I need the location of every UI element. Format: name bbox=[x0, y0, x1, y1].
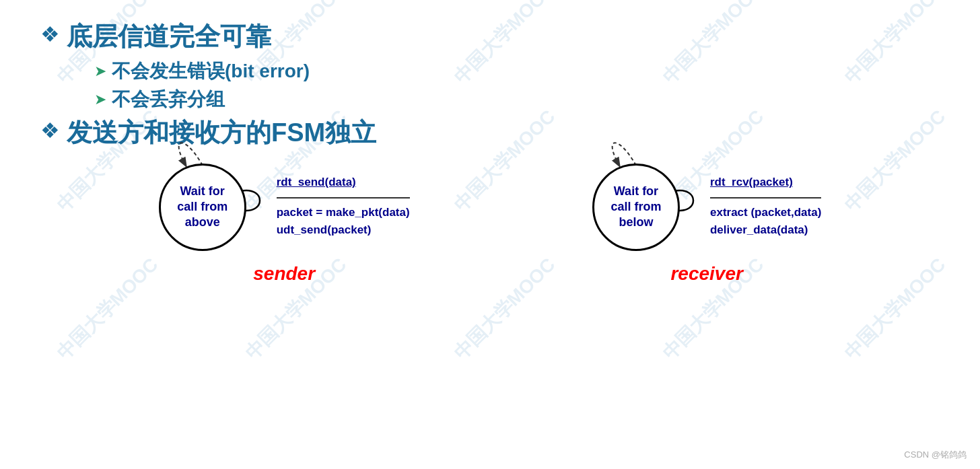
receiver-trigger: rdt_rcv(packet) bbox=[710, 176, 821, 189]
sub1-text: 不会发生错误(bit error) bbox=[112, 59, 310, 84]
bullet1: ❖ 底层信道完全可靠 bbox=[40, 20, 940, 53]
sub1-arrow: ➤ bbox=[94, 63, 106, 80]
sender-fsm-box: Wait for call from above rdt_send(data) bbox=[159, 164, 410, 285]
receiver-response-line1: extract (packet,data) bbox=[710, 204, 821, 221]
receiver-label: receiver bbox=[670, 263, 742, 285]
receiver-divider bbox=[710, 197, 821, 199]
sub2-text: 不会丢弃分组 bbox=[112, 87, 225, 112]
sender-state-text: Wait for call from above bbox=[177, 184, 228, 231]
bullet1-diamond: ❖ bbox=[40, 22, 60, 47]
sender-divider bbox=[277, 197, 410, 199]
fsm-section: Wait for call from above rdt_send(data) bbox=[40, 164, 940, 285]
receiver-response: extract (packet,data) deliver_data(data) bbox=[710, 204, 821, 238]
receiver-response-line2: deliver_data(data) bbox=[710, 221, 821, 239]
bullet2-diamond: ❖ bbox=[40, 118, 60, 143]
main-content: ❖ 底层信道完全可靠 ➤ 不会发生错误(bit error) ➤ 不会丢弃分组 … bbox=[0, 0, 980, 298]
sender-self-loop bbox=[166, 129, 219, 169]
sub2-arrow: ➤ bbox=[94, 91, 106, 108]
sender-actions: rdt_send(data) packet = make_pkt(data) u… bbox=[277, 176, 410, 238]
sender-state-circle: Wait for call from above bbox=[159, 164, 246, 251]
sender-response: packet = make_pkt(data) udt_send(packet) bbox=[277, 204, 410, 238]
receiver-actions: rdt_rcv(packet) extract (packet,data) de… bbox=[710, 176, 821, 238]
sender-label: sender bbox=[253, 263, 315, 285]
receiver-diagram: Wait for call from below rdt_rcv(packet) bbox=[592, 164, 821, 251]
bullet2-text: 发送方和接收方的FSM独立 bbox=[67, 116, 376, 149]
sub-bullet-2: ➤ 不会丢弃分组 bbox=[94, 87, 940, 112]
sub-bullet-1: ➤ 不会发生错误(bit error) bbox=[94, 59, 940, 84]
csdn-label: CSDN @铭鸽鸽 bbox=[904, 449, 967, 461]
receiver-fsm-box: Wait for call from below rdt_rcv(packet) bbox=[592, 164, 821, 285]
receiver-state-circle: Wait for call from below bbox=[592, 164, 680, 251]
receiver-state-text: Wait for call from below bbox=[610, 184, 661, 231]
bullet1-text: 底层信道完全可靠 bbox=[67, 20, 271, 53]
sender-diagram: Wait for call from above rdt_send(data) bbox=[159, 164, 410, 251]
sender-response-line1: packet = make_pkt(data) bbox=[277, 204, 410, 221]
receiver-self-loop-incoming bbox=[599, 129, 653, 169]
sender-response-line2: udt_send(packet) bbox=[277, 221, 410, 239]
sender-trigger: rdt_send(data) bbox=[277, 176, 410, 189]
sub-bullets: ➤ 不会发生错误(bit error) ➤ 不会丢弃分组 bbox=[94, 59, 940, 112]
